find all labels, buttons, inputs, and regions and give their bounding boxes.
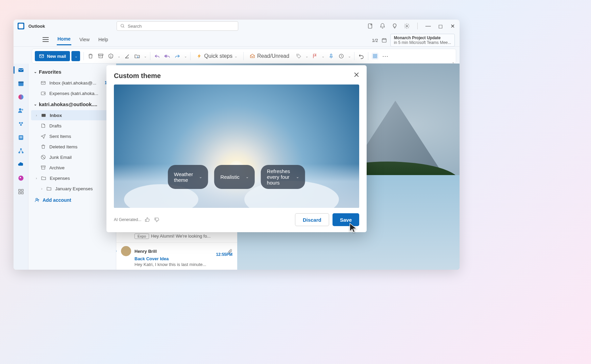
expand-icon[interactable]: › <box>116 249 117 253</box>
tab-home[interactable]: Home <box>57 33 71 45</box>
snooze-icon[interactable] <box>338 53 345 59</box>
svg-point-36 <box>22 152 23 153</box>
person-add-icon <box>34 197 40 203</box>
section-account[interactable]: ⌄katri.ahokas@outlook.... <box>30 99 115 110</box>
thumbs-down-icon[interactable] <box>154 217 160 222</box>
section-favorites[interactable]: ⌄Favorites <box>30 66 115 77</box>
theme-refresh-dropdown[interactable]: Refreshes every four hours⌄ <box>261 165 305 189</box>
folder-deleted[interactable]: Deleted Items <box>31 142 113 152</box>
quick-steps-button[interactable]: Quick steps ⌄ <box>194 52 240 60</box>
svg-point-34 <box>20 148 22 150</box>
tag-icon[interactable] <box>295 53 302 59</box>
close-icon[interactable] <box>353 71 360 78</box>
svg-rect-21 <box>375 56 377 58</box>
svg-point-44 <box>44 93 45 94</box>
junk-icon <box>41 154 46 160</box>
svg-point-49 <box>36 198 38 200</box>
pin-icon[interactable] <box>328 53 335 59</box>
new-mail-button[interactable]: New mail <box>35 51 70 61</box>
outlook-logo-icon <box>18 23 24 29</box>
svg-point-3 <box>406 25 408 27</box>
undo-icon[interactable] <box>358 53 365 59</box>
forward-icon[interactable] <box>174 53 181 59</box>
lightbulb-icon[interactable] <box>392 23 398 29</box>
svg-rect-7 <box>382 39 386 42</box>
svg-point-26 <box>19 108 21 111</box>
rail-files-icon[interactable] <box>17 134 25 141</box>
reply-all-icon[interactable] <box>164 53 171 59</box>
bell-icon[interactable] <box>379 23 386 29</box>
chevron-down-icon: ⌄ <box>296 175 299 179</box>
thumbs-up-icon[interactable] <box>145 217 151 222</box>
report-icon[interactable] <box>107 53 114 59</box>
save-button[interactable]: Save <box>333 213 359 226</box>
discard-button[interactable]: Discard <box>295 213 329 226</box>
more-icon[interactable]: ⋯ <box>382 53 389 59</box>
svg-point-27 <box>21 109 23 111</box>
search-input[interactable] <box>128 24 235 29</box>
svg-rect-20 <box>373 56 375 58</box>
svg-rect-19 <box>375 54 377 56</box>
gear-icon[interactable] <box>404 23 410 29</box>
folder-expenses[interactable]: › Expenses <box>31 173 113 183</box>
read-unread-label: Read/Unread <box>257 53 289 59</box>
svg-rect-33 <box>19 138 22 138</box>
svg-rect-2 <box>368 24 372 28</box>
message-item[interactable]: › Henry Brill Back Cover Idea 12:55PM He… <box>116 243 237 270</box>
custom-theme-dialog: Custom theme Weather theme⌄ Realistic⌄ R… <box>106 65 367 232</box>
theme-type-dropdown[interactable]: Weather theme⌄ <box>168 165 208 189</box>
rail-groups-icon[interactable] <box>17 120 25 128</box>
rail-more-apps-icon[interactable] <box>17 188 25 195</box>
svg-point-0 <box>121 24 124 27</box>
svg-rect-18 <box>373 54 375 56</box>
rail-designer-icon[interactable] <box>17 174 25 182</box>
rail-people-icon[interactable] <box>17 107 25 114</box>
folder-inbox[interactable]: › Inbox <box>31 110 113 120</box>
message-preview: Hey Alumni! We're looking fo... <box>151 234 211 239</box>
rail-org-icon[interactable] <box>17 147 25 155</box>
flag-icon[interactable] <box>312 53 318 59</box>
rail-onedrive-icon[interactable] <box>17 161 25 168</box>
theme-style-dropdown[interactable]: Realistic⌄ <box>214 165 255 189</box>
close-button[interactable]: ✕ <box>449 23 455 29</box>
svg-point-28 <box>19 122 21 124</box>
rail-copilot-icon[interactable] <box>17 93 25 101</box>
app-rail <box>14 64 28 270</box>
new-mail-split[interactable]: ⌄ <box>71 51 80 61</box>
sweep-icon[interactable] <box>124 53 130 59</box>
minimize-button[interactable]: ― <box>425 23 431 29</box>
folder-junk[interactable]: Junk Email <box>31 152 113 162</box>
sent-icon <box>41 134 46 139</box>
reply-icon[interactable] <box>154 53 161 59</box>
add-account-button[interactable]: Add account <box>30 194 115 206</box>
move-icon[interactable] <box>134 53 141 59</box>
folder-jan-expenses[interactable]: › January Expenses <box>31 184 113 194</box>
category-tag: Expo <box>134 234 149 239</box>
hamburger-icon[interactable] <box>43 37 49 42</box>
drafts-icon <box>41 123 46 128</box>
archive-icon[interactable] <box>97 53 104 59</box>
svg-point-35 <box>18 152 20 153</box>
svg-line-47 <box>42 156 45 159</box>
svg-rect-12 <box>99 54 103 55</box>
folder-fav-inbox[interactable]: Inbox (katri.ahokas@...11 <box>31 78 113 88</box>
calendar-reminder[interactable]: 1/2 Monarch Project Update in 5 min Micr… <box>372 34 455 47</box>
inbox-icon <box>41 113 46 118</box>
folder-fav-expenses[interactable]: Expenses (katri.ahoka...2 <box>31 88 113 98</box>
tab-view[interactable]: View <box>79 34 90 45</box>
folder-drafts[interactable]: Drafts <box>31 121 113 131</box>
apps-icon[interactable] <box>372 53 378 59</box>
delete-icon[interactable] <box>87 53 94 59</box>
tab-help[interactable]: Help <box>98 34 109 45</box>
svg-point-30 <box>20 124 22 126</box>
folder-archive[interactable]: Archive <box>31 163 113 173</box>
rail-mail-icon[interactable] <box>17 66 25 74</box>
search-box[interactable] <box>117 21 238 31</box>
svg-rect-45 <box>42 114 46 117</box>
maximize-button[interactable]: ◻ <box>437 23 443 29</box>
theme-preview: Weather theme⌄ Realistic⌄ Refreshes ever… <box>114 84 359 208</box>
notes-icon[interactable] <box>367 23 373 29</box>
read-unread-button[interactable]: Read/Unread <box>247 52 292 60</box>
folder-sent[interactable]: Sent Items <box>31 131 113 141</box>
rail-calendar-icon[interactable] <box>17 80 25 87</box>
